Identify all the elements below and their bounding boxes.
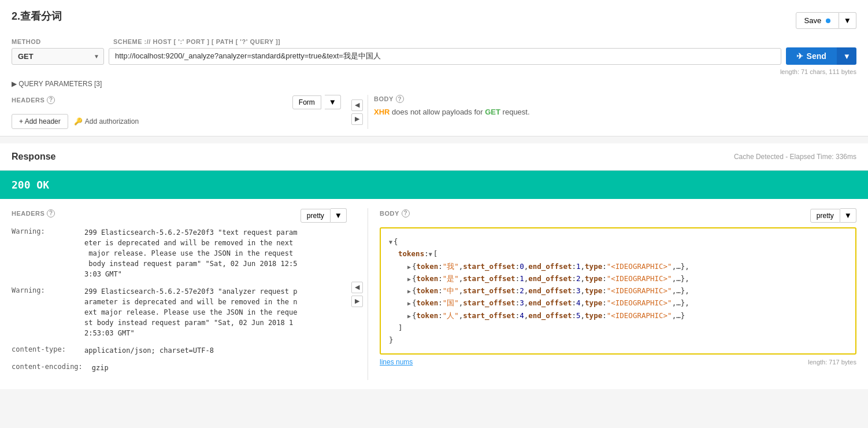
send-icon: ✈: [796, 51, 803, 61]
body-help-icon[interactable]: ?: [396, 95, 404, 103]
lines-nums-link[interactable]: lines nums: [380, 358, 413, 366]
headers-label: HEADERS: [12, 97, 44, 104]
collapse-left-button[interactable]: ◀: [351, 99, 363, 111]
method-select[interactable]: GET POST PUT DELETE: [12, 48, 104, 65]
body-label: BODY: [374, 95, 394, 102]
xhr-notice: XHR does not allow payloads for GET requ…: [374, 108, 856, 116]
collapse-root-icon[interactable]: ▼: [389, 237, 392, 247]
resp-expand-right-button[interactable]: ▶: [351, 296, 363, 307]
expand-right-button[interactable]: ▶: [351, 113, 363, 125]
resp-pretty-button[interactable]: pretty: [301, 209, 331, 223]
resp-headers-label: HEADERS: [12, 210, 44, 217]
response-header-row: content-type: application/json; charset=…: [12, 345, 347, 356]
resp-pretty-dropdown-button[interactable]: ▼: [331, 208, 347, 223]
collapse-token1-icon[interactable]: ▶: [407, 262, 411, 272]
headers-help-icon[interactable]: ?: [47, 96, 55, 104]
collapse-token2-icon[interactable]: ▶: [407, 274, 411, 284]
cache-info: Cache Detected - Elapsed Time: 336ms: [734, 153, 856, 161]
save-label: Save: [804, 16, 822, 25]
url-input[interactable]: [109, 48, 781, 65]
resp-body-label: BODY: [380, 210, 399, 217]
response-header-row: Warning: 299 Elasticsearch-5.6.2-57e20f3…: [12, 286, 347, 338]
save-dropdown-button[interactable]: ▼: [839, 12, 856, 29]
save-button[interactable]: Save: [796, 12, 839, 29]
collapse-token4-icon[interactable]: ▶: [407, 298, 411, 308]
response-header-row: Warning: 299 Elasticsearch-5.6.2-57e20f3…: [12, 227, 347, 279]
add-authorization-button[interactable]: 🔑 Add authorization: [74, 117, 139, 126]
add-auth-label: Add authorization: [85, 117, 139, 126]
response-header-row: content-encoding: gzip: [12, 363, 347, 373]
form-button[interactable]: Form: [292, 95, 321, 109]
query-params-label: ▶ QUERY PARAMETERS [3]: [12, 80, 102, 88]
collapse-token5-icon[interactable]: ▶: [407, 311, 411, 321]
form-dropdown-button[interactable]: ▼: [325, 95, 341, 109]
json-viewer: ▼ { tokens : ▼ [ ▶ { token : "我" , start…: [380, 227, 856, 355]
key-icon: 🔑: [74, 117, 83, 126]
resp-headers-help-icon[interactable]: ?: [47, 209, 55, 217]
collapse-token3-icon[interactable]: ▶: [407, 286, 411, 296]
scheme-label: SCHEME :// HOST [ ':' PORT ] [ PATH [ '?…: [113, 38, 280, 45]
add-header-button[interactable]: + Add header: [12, 114, 68, 129]
collapse-tokens-icon[interactable]: ▼: [429, 249, 432, 259]
send-button[interactable]: ✈ Send: [786, 47, 837, 65]
save-dot: [826, 19, 830, 23]
response-title: Response: [12, 152, 55, 162]
body-length: length: 717 bytes: [808, 359, 856, 366]
page-title: 2.查看分词: [12, 9, 62, 23]
url-length: length: 71 chars, 111 bytes: [12, 68, 856, 75]
send-dropdown-button[interactable]: ▼: [837, 47, 856, 65]
status-bar: 200 OK: [0, 171, 868, 199]
method-label: METHOD: [12, 38, 41, 45]
resp-body-help-icon[interactable]: ?: [402, 209, 410, 217]
query-params-toggle[interactable]: ▶ QUERY PARAMETERS [3]: [12, 78, 856, 90]
resp-body-pretty-button[interactable]: pretty: [810, 209, 840, 223]
send-label: Send: [807, 51, 826, 61]
resp-collapse-left-button[interactable]: ◀: [351, 282, 363, 293]
resp-body-pretty-dropdown-button[interactable]: ▼: [840, 208, 856, 223]
